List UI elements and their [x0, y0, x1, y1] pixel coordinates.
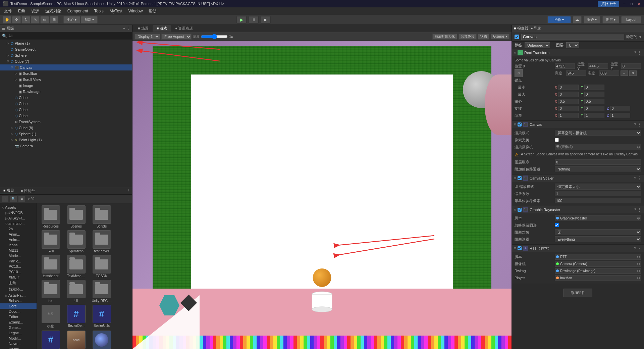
tree-behav[interactable]: Behav...: [0, 298, 37, 303]
ui-scale-select[interactable]: 恒定像素大小: [555, 184, 641, 190]
h-item-cube7[interactable]: ▽ ⬡ Cube (7): [0, 58, 132, 64]
hierarchy-add-btn[interactable]: +: [123, 26, 125, 31]
tree-2b[interactable]: 2b: [0, 226, 37, 232]
asset-testshader[interactable]: testshader: [39, 255, 62, 278]
tree-gene[interactable]: Gene...: [0, 325, 37, 330]
menu-assets[interactable]: 资源: [29, 8, 42, 15]
asset-unityrpg[interactable]: Unity-RPG ...: [90, 280, 113, 303]
account-btn[interactable]: 账户 ▾: [584, 16, 600, 23]
object-name-input[interactable]: [521, 34, 624, 40]
asset-bezier-de[interactable]: # BezierDe...: [64, 305, 88, 329]
tree-editor[interactable]: Editor: [0, 314, 37, 319]
local-dropdown[interactable]: 局部 ▾: [81, 16, 98, 23]
zoom-slider[interactable]: [201, 34, 228, 39]
pos-z-input[interactable]: [621, 63, 641, 69]
layer-select[interactable]: UI: [566, 42, 579, 48]
h-item-sphere[interactable]: ▷ ⬡ Sphere: [0, 52, 132, 58]
asset-head[interactable]: head d_O_head: [64, 331, 88, 349]
menu-mytest[interactable]: MyTest: [107, 8, 125, 14]
min-x-input[interactable]: [558, 85, 579, 90]
asset-textmesh[interactable]: TextMesh ...: [64, 255, 88, 278]
scale-z-input[interactable]: [610, 113, 630, 118]
step-button[interactable]: ⏭: [261, 16, 271, 23]
width-input[interactable]: [566, 70, 586, 76]
layout-btn[interactable]: Layout: [621, 16, 641, 23]
pos-x-input[interactable]: [555, 63, 575, 69]
play-button[interactable]: ▶: [236, 16, 247, 23]
tree-anim2[interactable]: Anim...: [0, 237, 37, 242]
asset-tree[interactable]: tree: [39, 280, 62, 303]
tree-modif[interactable]: Modif...: [0, 336, 37, 341]
hand-tool-btn[interactable]: ✋: [3, 16, 11, 23]
canvas-active-cb[interactable]: [518, 122, 522, 127]
mute-btn[interactable]: 音频静音: [459, 34, 477, 40]
h-item-cube-2[interactable]: ⬡ Cube: [0, 101, 132, 107]
h-item-scrollview[interactable]: ▷ ▣ Scroll View: [0, 77, 132, 83]
hierarchy-options-btn[interactable]: ⋮: [126, 26, 130, 31]
project-tab[interactable]: ■ 项目: [0, 187, 17, 194]
scale-x-input[interactable]: [558, 113, 579, 118]
menu-tools[interactable]: Tools: [92, 8, 106, 14]
h-item-plane[interactable]: ▷ ⬡ Plane (1): [0, 40, 132, 46]
move-tool-btn[interactable]: ✛: [12, 16, 21, 23]
asset-tgsdk[interactable]: TGSDK: [90, 255, 113, 278]
color-channel-select[interactable]: Nothing: [555, 166, 641, 172]
tree-pc101[interactable]: PC10...: [0, 264, 37, 269]
proj-star-btn[interactable]: ★: [18, 196, 25, 202]
add-component-button[interactable]: 添加组件: [564, 289, 592, 297]
blocking-mask-select[interactable]: Everything: [555, 236, 641, 242]
collab-button[interactable]: 拓扑上传: [598, 1, 619, 7]
h-item-eventsystem[interactable]: ⚙ EventSystem: [0, 119, 132, 125]
pixel-perfect-cb[interactable]: [555, 138, 559, 142]
maximize-btn[interactable]: 播放时最大化: [432, 34, 457, 40]
center-dropdown[interactable]: 中心 ▾: [63, 16, 80, 23]
h-item-rawimage[interactable]: ▣ RawImage: [0, 89, 132, 95]
asset-bezier-utils[interactable]: # BezierUtils: [90, 305, 113, 329]
tab-navigation[interactable]: ♦ 导航: [531, 26, 541, 31]
close-button[interactable]: ✕: [637, 1, 641, 6]
rtt-camera-field[interactable]: Camera (Camera) ⊙: [555, 261, 641, 267]
ref-pixels-input[interactable]: [555, 198, 641, 203]
rtt-rwimg-field[interactable]: RawImage (RawImage) ⊙: [555, 268, 641, 274]
display-select[interactable]: Display 1: [135, 34, 160, 40]
proj-add-btn[interactable]: +: [1, 196, 9, 202]
project-options[interactable]: ⋮: [124, 188, 132, 194]
tree-docu[interactable]: Docu...: [0, 309, 37, 314]
max-y-input[interactable]: [584, 92, 604, 97]
rot-y-input[interactable]: [584, 106, 604, 111]
render-mode-select[interactable]: 屏幕空间 - 摄像机: [555, 130, 641, 136]
asset-ui[interactable]: UI: [64, 280, 88, 303]
h-item-pointlight[interactable]: ▷ ☀ Point Light (1): [0, 137, 132, 143]
hierarchy-search-input[interactable]: [8, 34, 130, 38]
pause-button[interactable]: ⏸: [249, 16, 259, 23]
rotate-tool-btn[interactable]: ↻: [21, 16, 30, 23]
active-checkbox[interactable]: [515, 35, 519, 39]
proj-search-btn[interactable]: 🔍: [10, 196, 17, 202]
tree-partic[interactable]: Partic...: [0, 258, 37, 264]
tree-core[interactable]: Core: [0, 303, 37, 309]
rot-z-input[interactable]: [610, 106, 630, 111]
rot-x-input[interactable]: [558, 106, 579, 111]
scale-y-input[interactable]: [584, 113, 604, 118]
layers-btn[interactable]: 图层 ▾: [602, 16, 619, 23]
h-item-canvas[interactable]: ▽ ⬛ Canvas: [0, 64, 132, 70]
pivot-y-input[interactable]: [584, 99, 604, 104]
tree-assets[interactable]: ▽Assets: [0, 205, 37, 210]
blocking-select[interactable]: 无: [555, 229, 641, 235]
ignore-cb[interactable]: [555, 223, 559, 227]
tree-anim1[interactable]: Anim...: [0, 232, 37, 237]
tree-zhan[interactable]: 战双怪...: [0, 286, 37, 293]
tab-scene[interactable]: ■ 场景: [134, 25, 153, 32]
gizmos-btn[interactable]: Gizmos ▾: [491, 34, 509, 39]
collab-icon[interactable]: 协作 ▾: [547, 16, 571, 23]
static-dropdown[interactable]: ▾: [639, 35, 641, 39]
tab-game[interactable]: ■ 游戏: [153, 25, 171, 32]
sort-order-input[interactable]: [555, 159, 641, 165]
asset-scripts[interactable]: Scripts: [90, 205, 113, 228]
pos-y-input[interactable]: [588, 63, 608, 69]
tree-packa[interactable]: Packa...: [0, 346, 37, 349]
max-x-input[interactable]: [558, 92, 579, 97]
asset-splitmesh[interactable]: SplitMesh: [64, 230, 88, 253]
h-item-scrollbar[interactable]: ▷ ▣ Scrollbar: [0, 70, 132, 77]
h-item-sphere1[interactable]: ▷ ⬡ Sphere (1): [0, 131, 132, 137]
